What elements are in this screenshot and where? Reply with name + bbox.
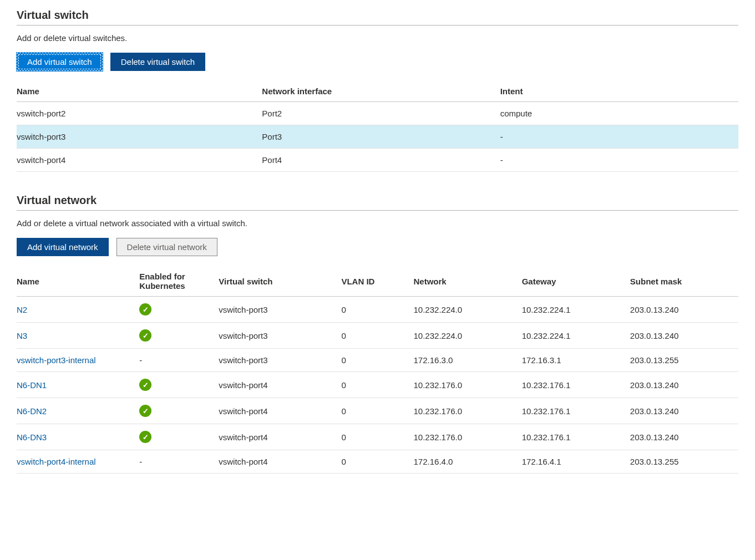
vswitch-row[interactable]: vswitch-port3Port3- xyxy=(17,125,738,149)
vnet-cell-name: N2 xyxy=(17,297,139,323)
vnet-cell-vlan: 0 xyxy=(341,424,413,450)
vnet-row[interactable]: vswitch-port3-internal-vswitch-port30172… xyxy=(17,349,738,372)
virtual-network-section: Virtual network Add or delete a virtual … xyxy=(17,194,738,474)
vnet-cell-network: 10.232.176.0 xyxy=(414,372,522,398)
vnet-cell-gateway: 10.232.176.1 xyxy=(522,424,630,450)
vnet-cell-gateway: 10.232.224.1 xyxy=(522,297,630,323)
vnet-cell-vswitch: vswitch-port4 xyxy=(219,424,341,450)
vnet-cell-subnet: 203.0.13.255 xyxy=(630,349,738,372)
vnet-cell-network: 10.232.224.0 xyxy=(414,323,522,349)
vnet-cell-k8s: ✓ xyxy=(139,323,219,349)
vnet-cell-network: 172.16.3.0 xyxy=(414,349,522,372)
vnet-col-subnet[interactable]: Subnet mask xyxy=(630,266,738,297)
vnet-table: Name Enabled for Kubernetes Virtual swit… xyxy=(17,266,738,474)
vnet-cell-gateway: 172.16.3.1 xyxy=(522,349,630,372)
vnet-cell-vlan: 0 xyxy=(341,372,413,398)
vnet-cell-subnet: 203.0.13.240 xyxy=(630,297,738,323)
vnet-name-link[interactable]: vswitch-port4-internal xyxy=(17,457,96,466)
check-icon: ✓ xyxy=(139,379,151,391)
vswitch-row[interactable]: vswitch-port4Port4- xyxy=(17,149,738,172)
vnet-cell-network: 10.232.224.0 xyxy=(414,297,522,323)
vnet-cell-subnet: 203.0.13.240 xyxy=(630,424,738,450)
vswitch-button-row: Add virtual switch Delete virtual switch xyxy=(17,53,738,71)
vnet-cell-k8s: - xyxy=(139,349,219,372)
vnet-cell-vswitch: vswitch-port4 xyxy=(219,450,341,474)
vnet-cell-subnet: 203.0.13.240 xyxy=(630,323,738,349)
vswitch-cell-network-interface: Port4 xyxy=(262,149,500,172)
vnet-header-row: Name Enabled for Kubernetes Virtual swit… xyxy=(17,266,738,297)
vnet-cell-vswitch: vswitch-port3 xyxy=(219,297,341,323)
vnet-cell-gateway: 10.232.224.1 xyxy=(522,323,630,349)
vnet-cell-name: N3 xyxy=(17,323,139,349)
vswitch-col-network-interface[interactable]: Network interface xyxy=(262,81,500,102)
vnet-cell-name: N6-DN1 xyxy=(17,372,139,398)
vnet-name-link[interactable]: N6-DN1 xyxy=(17,380,47,390)
vnet-cell-gateway: 172.16.4.1 xyxy=(522,450,630,474)
vswitch-header-row: Name Network interface Intent xyxy=(17,81,738,102)
vnet-cell-name: N6-DN2 xyxy=(17,398,139,424)
vnet-name-link[interactable]: N6-DN3 xyxy=(17,432,47,442)
check-icon: ✓ xyxy=(139,329,151,342)
vnet-name-link[interactable]: N2 xyxy=(17,305,27,314)
vnet-row[interactable]: N6-DN1✓vswitch-port4010.232.176.010.232.… xyxy=(17,372,738,398)
vnet-cell-vswitch: vswitch-port3 xyxy=(219,349,341,372)
vnet-cell-subnet: 203.0.13.255 xyxy=(630,450,738,474)
vnet-cell-k8s: - xyxy=(139,450,219,474)
delete-virtual-network-button: Delete virtual network xyxy=(116,238,217,256)
vswitch-col-intent[interactable]: Intent xyxy=(500,81,738,102)
vnet-row[interactable]: N6-DN2✓vswitch-port4010.232.176.010.232.… xyxy=(17,398,738,424)
vnet-cell-subnet: 203.0.13.240 xyxy=(630,398,738,424)
delete-virtual-switch-button[interactable]: Delete virtual switch xyxy=(110,53,205,71)
vnet-cell-vlan: 0 xyxy=(341,323,413,349)
vnet-name-link[interactable]: vswitch-port3-internal xyxy=(17,355,96,365)
vnet-cell-vlan: 0 xyxy=(341,450,413,474)
vswitch-col-name[interactable]: Name xyxy=(17,81,262,102)
vnet-description: Add or delete a virtual network associat… xyxy=(17,218,738,228)
vnet-cell-network: 172.16.4.0 xyxy=(414,450,522,474)
vswitch-cell-network-interface: Port3 xyxy=(262,125,500,149)
virtual-switch-section: Virtual switch Add or delete virtual swi… xyxy=(17,9,738,172)
vnet-cell-subnet: 203.0.13.240 xyxy=(630,372,738,398)
vnet-button-row: Add virtual network Delete virtual netwo… xyxy=(17,238,738,256)
vnet-col-k8s[interactable]: Enabled for Kubernetes xyxy=(139,266,219,297)
vswitch-title: Virtual switch xyxy=(17,9,738,26)
vnet-cell-network: 10.232.176.0 xyxy=(414,398,522,424)
check-icon: ✓ xyxy=(139,303,151,315)
vswitch-table: Name Network interface Intent vswitch-po… xyxy=(17,81,738,172)
vnet-cell-vlan: 0 xyxy=(341,297,413,323)
vswitch-cell-intent: - xyxy=(500,149,738,172)
vnet-cell-network: 10.232.176.0 xyxy=(414,424,522,450)
vnet-row[interactable]: N6-DN3✓vswitch-port4010.232.176.010.232.… xyxy=(17,424,738,450)
add-virtual-switch-button[interactable]: Add virtual switch xyxy=(17,53,103,71)
vnet-cell-gateway: 10.232.176.1 xyxy=(522,372,630,398)
vnet-col-vswitch[interactable]: Virtual switch xyxy=(219,266,341,297)
vnet-title: Virtual network xyxy=(17,194,738,211)
vnet-cell-name: vswitch-port3-internal xyxy=(17,349,139,372)
vnet-cell-name: vswitch-port4-internal xyxy=(17,450,139,474)
vnet-row[interactable]: N2✓vswitch-port3010.232.224.010.232.224.… xyxy=(17,297,738,323)
vnet-cell-vswitch: vswitch-port3 xyxy=(219,323,341,349)
vnet-row[interactable]: N3✓vswitch-port3010.232.224.010.232.224.… xyxy=(17,323,738,349)
vnet-col-network[interactable]: Network xyxy=(414,266,522,297)
vnet-cell-k8s: ✓ xyxy=(139,372,219,398)
k8s-disabled-dash: - xyxy=(139,355,142,365)
vswitch-cell-intent: compute xyxy=(500,102,738,125)
vswitch-cell-name: vswitch-port3 xyxy=(17,125,262,149)
check-icon: ✓ xyxy=(139,431,151,443)
vswitch-description: Add or delete virtual switches. xyxy=(17,33,738,43)
vnet-col-vlan[interactable]: VLAN ID xyxy=(341,266,413,297)
vnet-col-name[interactable]: Name xyxy=(17,266,139,297)
vnet-cell-gateway: 10.232.176.1 xyxy=(522,398,630,424)
vswitch-cell-intent: - xyxy=(500,125,738,149)
vswitch-row[interactable]: vswitch-port2Port2compute xyxy=(17,102,738,125)
vnet-name-link[interactable]: N3 xyxy=(17,331,27,340)
vnet-col-gateway[interactable]: Gateway xyxy=(522,266,630,297)
vswitch-cell-network-interface: Port2 xyxy=(262,102,500,125)
vnet-row[interactable]: vswitch-port4-internal-vswitch-port40172… xyxy=(17,450,738,474)
vnet-cell-vlan: 0 xyxy=(341,349,413,372)
vnet-cell-k8s: ✓ xyxy=(139,424,219,450)
check-icon: ✓ xyxy=(139,405,151,417)
vnet-cell-name: N6-DN3 xyxy=(17,424,139,450)
vnet-name-link[interactable]: N6-DN2 xyxy=(17,406,47,416)
add-virtual-network-button[interactable]: Add virtual network xyxy=(17,238,109,256)
